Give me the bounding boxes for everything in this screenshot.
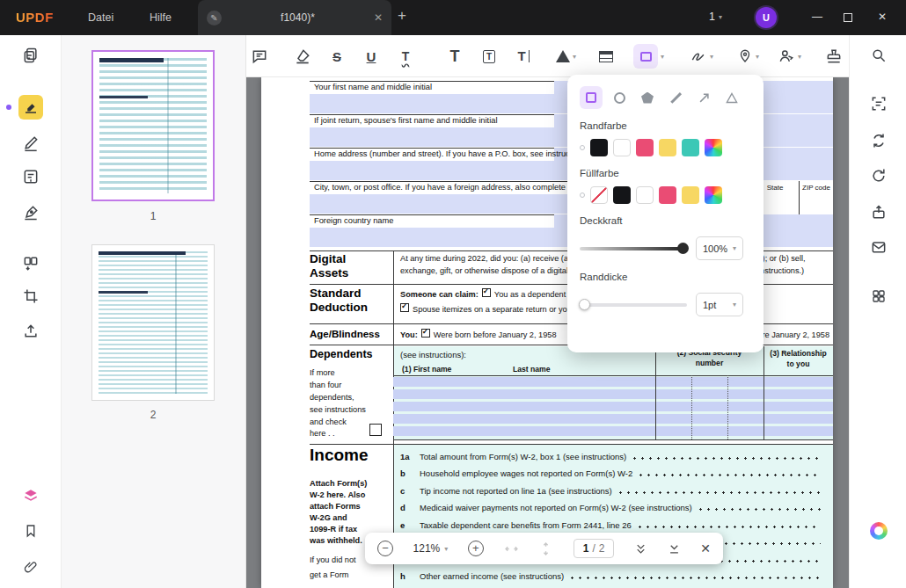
- rectangle-shape-tool-selected[interactable]: ▾: [633, 45, 664, 68]
- zoom-level-dropdown[interactable]: 121%▾: [413, 542, 449, 555]
- chevron-down-icon: ▾: [733, 244, 736, 252]
- tab-close-icon[interactable]: ✕: [374, 11, 383, 24]
- pencil-draw-icon[interactable]: ▾: [690, 45, 713, 68]
- stamp-icon[interactable]: [822, 45, 845, 68]
- text-box-icon[interactable]: T: [478, 45, 500, 68]
- dot-leader: [699, 508, 821, 511]
- fill-color-swatch-yellow[interactable]: [682, 186, 699, 204]
- comment-icon[interactable]: [248, 45, 271, 68]
- menu-hilfe[interactable]: Hilfe: [150, 11, 172, 24]
- minimize-button[interactable]: —: [809, 11, 825, 23]
- squiggly-underline-icon[interactable]: T: [394, 45, 417, 68]
- avatar[interactable]: U: [756, 7, 777, 28]
- shape-square-option[interactable]: [580, 86, 603, 109]
- annotation-count-dropdown[interactable]: 1 ▾: [709, 11, 722, 23]
- ocr-icon[interactable]: [867, 92, 890, 115]
- pin-icon[interactable]: ▾: [737, 45, 759, 68]
- zoom-out-button[interactable]: −: [377, 541, 393, 556]
- fill-color-swatch-pink[interactable]: [659, 186, 676, 204]
- document-tab[interactable]: ✎ f1040)* ✕: [198, 0, 391, 35]
- forms-icon[interactable]: [19, 165, 42, 188]
- share-icon[interactable]: [867, 201, 890, 224]
- border-color-label: Randfarbe: [580, 120, 751, 131]
- close-toolbar-icon[interactable]: ✕: [700, 541, 711, 555]
- sign-icon[interactable]: [19, 201, 42, 224]
- annotation-toolbar: S U T T T T ▾ ▾ ▾ ▾ ▾: [246, 35, 849, 77]
- no-form-note: get a Form: [310, 570, 348, 579]
- strikethrough-icon[interactable]: S: [325, 45, 348, 68]
- mail-icon[interactable]: [867, 236, 890, 258]
- fill-color-swatch-none[interactable]: [590, 186, 608, 204]
- border-color-swatch-yellow[interactable]: [659, 139, 676, 156]
- zoom-navigation-bar: − 121%▾ + 1/2 ✕: [365, 533, 723, 564]
- go-to-end-icon[interactable]: [668, 542, 681, 555]
- thumbnail-page-1[interactable]: [91, 50, 215, 201]
- fill-color-swatch-black[interactable]: [613, 186, 631, 204]
- form-label: Home address (number and street). If you…: [314, 149, 589, 158]
- thickness-label: Randdicke: [580, 272, 751, 282]
- new-tab-button[interactable]: +: [398, 7, 406, 25]
- table-icon[interactable]: [595, 45, 617, 68]
- tab-title: f1040)*: [229, 11, 367, 24]
- border-color-swatch-white[interactable]: [613, 139, 631, 156]
- checkbox-checked: [400, 303, 409, 312]
- edit-pdf-icon[interactable]: [19, 132, 42, 155]
- callout-shape-icon[interactable]: ▾: [556, 45, 576, 68]
- border-color-swatch-pink[interactable]: [636, 139, 654, 156]
- organize-pages-icon[interactable]: [19, 252, 42, 275]
- underline-icon[interactable]: U: [360, 45, 383, 68]
- form-divider: [393, 439, 833, 440]
- opacity-slider-handle[interactable]: [677, 243, 689, 254]
- fit-page-button[interactable]: [538, 541, 553, 556]
- fill-color-swatch-white[interactable]: [636, 186, 654, 204]
- crop-icon[interactable]: [19, 285, 42, 308]
- dependents-col-first: (1) First name: [402, 365, 451, 374]
- border-color-swatch-teal[interactable]: [682, 139, 699, 156]
- search-icon[interactable]: [867, 44, 890, 67]
- chevron-down-icon: ▾: [733, 301, 736, 309]
- dependents-margin-note: dependents,: [310, 393, 354, 402]
- border-color-swatch-black[interactable]: [590, 139, 608, 156]
- thickness-slider[interactable]: [580, 303, 687, 307]
- annotate-tool-icon[interactable]: [18, 95, 43, 120]
- fill-color-swatch-selected[interactable]: [580, 192, 585, 198]
- double-chevron-down-icon[interactable]: [634, 542, 647, 555]
- border-color-swatch-custom[interactable]: [705, 139, 722, 156]
- attachment-icon[interactable]: [19, 555, 42, 578]
- close-button[interactable]: ✕: [874, 11, 890, 23]
- typewriter-icon[interactable]: T: [512, 45, 535, 68]
- opacity-slider[interactable]: [580, 247, 687, 250]
- bookmark-icon[interactable]: [19, 519, 42, 542]
- page-thumbnails-icon[interactable]: [19, 44, 42, 67]
- border-color-swatch-selected[interactable]: [580, 145, 585, 150]
- highlighter-icon[interactable]: [291, 45, 314, 68]
- opacity-value-dropdown[interactable]: 100%▾: [696, 236, 743, 260]
- thickness-slider-handle[interactable]: [579, 299, 590, 310]
- thickness-value-dropdown[interactable]: 1pt▾: [696, 293, 743, 316]
- thumbnail-page-2[interactable]: [91, 244, 215, 401]
- ai-assistant-icon[interactable]: [867, 519, 890, 542]
- convert-icon[interactable]: [867, 129, 890, 152]
- shape-triangle-option[interactable]: [720, 86, 743, 109]
- active-tool-indicator: [6, 105, 11, 110]
- pentagon-icon: [641, 92, 654, 104]
- page-indicator[interactable]: 1/2: [574, 539, 615, 558]
- section-title: DigitalAssets: [310, 252, 348, 280]
- form-label: Foreign country name: [314, 216, 393, 225]
- fill-color-swatch-custom[interactable]: [705, 186, 722, 204]
- maximize-button[interactable]: [844, 13, 852, 22]
- shape-circle-option[interactable]: [608, 86, 631, 109]
- shape-arrow-option[interactable]: [692, 86, 715, 109]
- refresh-icon[interactable]: [867, 164, 890, 187]
- signature-person-icon[interactable]: ▾: [778, 45, 801, 68]
- menu-datei[interactable]: Datei: [88, 11, 113, 24]
- fit-width-button[interactable]: [504, 541, 519, 556]
- shape-pentagon-option[interactable]: [636, 86, 659, 109]
- zoom-in-button[interactable]: +: [468, 541, 484, 556]
- layers-icon[interactable]: [19, 484, 42, 507]
- shape-line-option[interactable]: [664, 86, 687, 109]
- add-text-icon[interactable]: T: [443, 45, 466, 68]
- export-icon[interactable]: [19, 320, 42, 343]
- check-here-checkbox: [369, 424, 382, 436]
- apps-grid-icon[interactable]: [867, 285, 890, 308]
